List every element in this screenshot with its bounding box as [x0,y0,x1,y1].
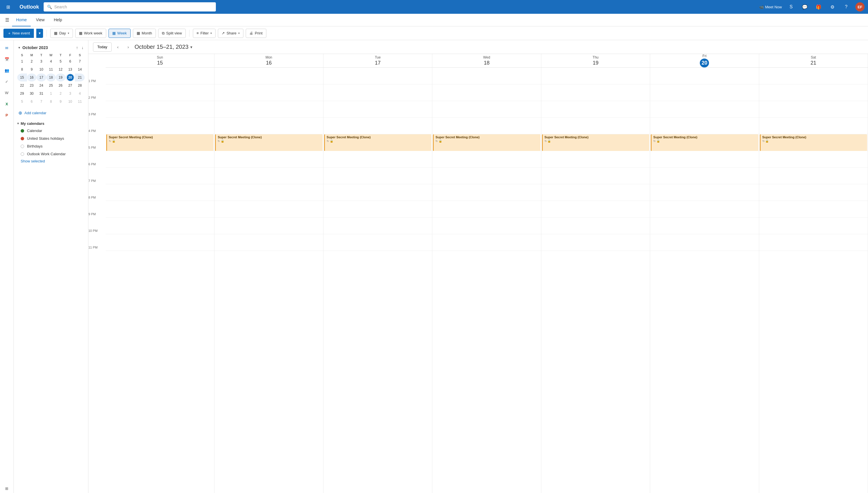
hour-cell[interactable] [323,184,432,201]
day-column-18[interactable]: Super Secret Meeting (Clone)↻ 🔒 [432,68,541,493]
hour-cell[interactable] [323,234,432,251]
hour-cell[interactable] [106,234,214,251]
hour-cell[interactable] [432,151,541,168]
mini-cal-day[interactable]: 11 [46,65,56,73]
mini-cal-day[interactable]: 16 [27,73,37,82]
hour-cell[interactable] [214,217,323,234]
mini-cal-day[interactable]: 5 [17,98,27,106]
day-column-19[interactable]: Super Secret Meeting (Clone)↻ 🔒 [541,68,650,493]
hour-cell[interactable] [650,201,759,217]
mini-cal-day[interactable]: 9 [56,98,65,106]
event-block[interactable]: Super Secret Meeting (Clone)↻ 🔒 [324,134,431,151]
hour-cell[interactable] [106,184,214,201]
mini-cal-day[interactable]: 8 [17,65,27,73]
apps-grid-icon[interactable]: ⊞ [3,484,10,493]
hour-cell[interactable] [541,101,650,117]
hour-cell[interactable] [432,234,541,251]
hour-cell[interactable] [106,101,214,117]
day-column-21[interactable]: Super Secret Meeting (Clone)↻ 🔒 [759,68,868,493]
hour-cell[interactable] [323,217,432,234]
print-button[interactable]: 🖨 Print [246,29,267,38]
mini-cal-day[interactable]: 29 [17,89,27,98]
new-event-dropdown-button[interactable]: ▾ [36,29,43,38]
hour-cell[interactable] [432,68,541,84]
month-view-button[interactable]: ▦ Month [133,29,156,38]
collapse-mini-cal[interactable]: ▾ [17,45,21,50]
rewards-icon[interactable]: 🎁 [814,2,823,12]
mail-icon[interactable]: ✉ [3,44,10,52]
mini-cal-day[interactable]: 7 [75,57,85,65]
hour-cell[interactable] [432,101,541,117]
feedback-icon[interactable]: 💬 [800,2,809,12]
hour-cell[interactable] [106,84,214,101]
people-icon[interactable]: 👥 [2,66,12,75]
hour-cell[interactable] [650,168,759,184]
mini-cal-day[interactable]: 3 [37,57,46,65]
hour-cell[interactable] [759,217,868,234]
hour-cell[interactable] [214,151,323,168]
mini-cal-next[interactable]: ↓ [80,45,85,50]
mini-cal-day[interactable]: 14 [75,65,85,73]
excel-icon[interactable]: X [3,100,10,108]
skype-icon[interactable]: S [786,2,796,12]
hour-cell[interactable] [541,234,650,251]
hour-cell[interactable] [214,234,323,251]
hour-cell[interactable] [650,151,759,168]
hour-cell[interactable] [759,101,868,117]
mini-cal-day[interactable]: 27 [65,82,75,89]
mini-cal-day[interactable]: 20 [65,73,75,82]
hour-cell[interactable] [759,168,868,184]
mini-cal-day[interactable]: 24 [37,82,46,89]
mini-cal-day[interactable]: 19 [56,73,65,82]
hour-cell[interactable] [214,168,323,184]
hour-cell[interactable] [759,201,868,217]
mini-cal-day[interactable]: 31 [37,89,46,98]
share-button[interactable]: ↗ Share ▾ [218,29,244,38]
hour-cell[interactable] [759,151,868,168]
mini-cal-day[interactable]: 9 [27,65,37,73]
mini-cal-day[interactable]: 2 [56,89,65,98]
mini-cal-prev[interactable]: ↑ [75,45,79,50]
tab-help[interactable]: Help [50,14,66,26]
mini-cal-day[interactable]: 11 [75,98,85,106]
mini-cal-day[interactable]: 8 [46,98,56,106]
day-column-16[interactable]: Super Secret Meeting (Clone)↻ 🔒 [214,68,323,493]
hour-cell[interactable] [650,234,759,251]
mini-cal-day[interactable]: 10 [37,65,46,73]
hour-cell[interactable] [214,201,323,217]
mini-cal-day[interactable]: 12 [56,65,65,73]
event-block[interactable]: Super Secret Meeting (Clone)↻ 🔒 [542,134,649,151]
mini-cal-day[interactable]: 5 [56,57,65,65]
mini-cal-day[interactable]: 4 [46,57,56,65]
mini-cal-day[interactable]: 21 [75,73,85,82]
my-calendars-header[interactable]: ▾ My calendars [14,120,88,127]
hour-cell[interactable] [106,168,214,184]
hour-cell[interactable] [323,101,432,117]
filter-button[interactable]: ≡ Filter ▾ [193,29,216,38]
mini-cal-day[interactable]: 25 [46,82,56,89]
hour-cell[interactable] [650,217,759,234]
calendar-item-us-holidays[interactable]: United States holidays [14,134,88,142]
mini-cal-day[interactable]: 10 [65,98,75,106]
mini-cal-day[interactable]: 1 [17,57,27,65]
work-week-view-button[interactable]: ▦ Work week [75,29,106,38]
hour-cell[interactable] [432,84,541,101]
mini-cal-day[interactable]: 15 [17,73,27,82]
word-icon[interactable]: W [3,88,10,97]
hour-cell[interactable] [106,151,214,168]
mini-cal-day[interactable]: 3 [65,89,75,98]
hour-cell[interactable] [650,84,759,101]
hour-cell[interactable] [541,201,650,217]
mini-cal-day[interactable]: 1 [46,89,56,98]
hour-cell[interactable] [432,117,541,134]
tasks-icon[interactable]: ✓ [3,77,10,86]
hour-cell[interactable] [106,217,214,234]
next-week-button[interactable]: › [124,43,132,51]
calendar-item-calendar[interactable]: Calendar [14,127,88,134]
hour-cell[interactable] [432,168,541,184]
split-view-button[interactable]: ⧉ Split view [158,29,186,38]
mini-cal-day[interactable]: 28 [75,82,85,89]
day-column-15[interactable]: Super Secret Meeting (Clone)↻ 🔒 [106,68,214,493]
powerpoint-icon[interactable]: P [3,111,10,120]
event-block[interactable]: Super Secret Meeting (Clone)↻ 🔒 [651,134,758,151]
